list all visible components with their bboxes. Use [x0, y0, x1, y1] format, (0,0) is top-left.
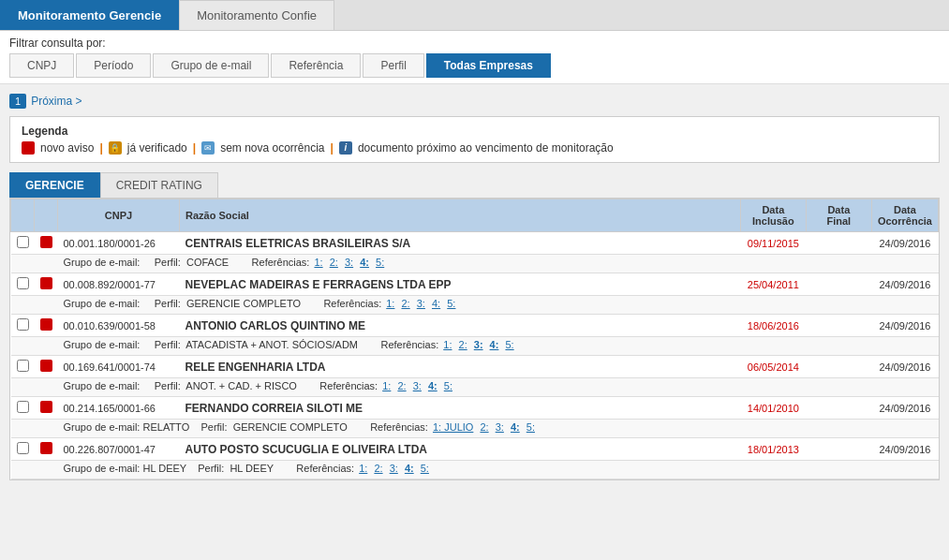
table-row: 00.010.639/0001-58ANTONIO CARLOS QUINTIN… [11, 315, 939, 337]
red-flag-icon [40, 277, 52, 289]
row-checkbox[interactable] [17, 442, 29, 454]
data-ocorrencia-cell: 24/09/2016 [871, 315, 938, 337]
filter-referencia[interactable]: Referência [271, 53, 361, 78]
company-name-cell: AUTO POSTO SCUCUGLIA E OLIVEIRA LTDA [180, 438, 741, 461]
ref-link[interactable]: 5: [526, 421, 535, 433]
ref-link[interactable]: 4: [511, 421, 520, 433]
table-wrapper: CNPJ Razão Social DataInclusão DataFinal… [9, 198, 940, 480]
company-name-cell: RELE ENGENHARIA LTDA [180, 356, 741, 378]
tab-gerencie[interactable]: GERENCIE [9, 172, 100, 198]
filter-perfil[interactable]: Perfil [363, 53, 423, 78]
data-final-cell [806, 397, 871, 420]
filter-todas-empresas[interactable]: Todas Empresas [426, 53, 551, 78]
cnpj-cell: 00.214.165/0001-66 [58, 397, 180, 420]
next-page[interactable]: Próxima > [31, 95, 82, 108]
filter-cnpj[interactable]: CNPJ [9, 53, 74, 78]
filter-periodo[interactable]: Período [76, 53, 151, 78]
main-content: 1 Próxima > Legenda novo aviso | 🔒 já ve… [0, 84, 949, 490]
ref-link[interactable]: 2: [330, 257, 338, 268]
flag-cell [35, 397, 58, 420]
ref-link[interactable]: 5: [376, 257, 384, 268]
tab-monitoramento-confie[interactable]: Monitoramento Confie [179, 0, 334, 30]
filter-grupo-email[interactable]: Grupo de e-mail [153, 53, 269, 78]
ref-link[interactable]: 1: [443, 339, 452, 350]
ref-link[interactable]: 4: [405, 463, 414, 474]
red-flag-icon [40, 360, 52, 372]
current-page: 1 [9, 94, 26, 109]
data-inclusao-cell: 18/01/2013 [740, 438, 806, 461]
flag-cell [35, 232, 58, 255]
row-checkbox[interactable] [17, 277, 29, 289]
legend-sem-ocorrencia: sem nova ocorrência [220, 141, 324, 155]
ref-link[interactable]: 5: [421, 463, 429, 474]
ref-link[interactable]: 4: [432, 298, 440, 309]
ref-link[interactable]: 1: [386, 298, 394, 309]
tab-credit-rating[interactable]: CREDIT RATING [100, 172, 218, 198]
sub-row-details: Grupo de e-mail: RELATTO Perfil: GERENCI… [58, 420, 939, 438]
ref-link[interactable]: 5: [447, 298, 455, 309]
cnpj-cell: 00.169.641/0001-74 [58, 356, 180, 378]
ref-link[interactable]: 1: JULIO [433, 421, 473, 433]
tab-monitoramento-gerencie[interactable]: Monitoramento Gerencie [0, 0, 179, 30]
legend-box: Legenda novo aviso | 🔒 já verificado | ✉… [9, 116, 940, 163]
grupo-email-label: Grupo de e-mail: [64, 257, 143, 268]
cnpj-cell: 00.010.639/0001-58 [58, 315, 180, 337]
ref-link[interactable]: 4: [360, 257, 369, 268]
ref-link[interactable]: 5: [505, 339, 513, 350]
ref-link[interactable]: 3: [345, 257, 353, 268]
ref-link[interactable]: 4: [428, 380, 437, 391]
cnpj-text: 00.226.807/0001-47 [64, 444, 156, 455]
row-checkbox[interactable] [17, 401, 29, 413]
cnpj-cell: 00.008.892/0001-77 [58, 273, 180, 296]
company-name-cell: ANTONIO CARLOS QUINTINO ME [180, 315, 741, 337]
data-final-cell [806, 232, 871, 255]
legend-vencimento: documento próximo ao vencimento de monit… [358, 141, 614, 155]
top-tabs-bar: Monitoramento Gerencie Monitoramento Con… [0, 0, 949, 31]
pagination: 1 Próxima > [9, 94, 940, 109]
envelope-icon: ✉ [201, 141, 215, 155]
ref-link[interactable]: 4: [490, 339, 499, 350]
grupo-email-label: Grupo de e-mail: RELATTO [64, 421, 190, 433]
table-row: 00.001.180/0001-26CENTRAIS ELETRICAS BRA… [11, 232, 939, 255]
filter-buttons: CNPJ Período Grupo de e-mail Referência … [9, 53, 940, 78]
ref-link[interactable]: 2: [397, 380, 406, 391]
legend-items: novo aviso | 🔒 já verificado | ✉ sem nov… [22, 141, 927, 155]
table-row-sub: Grupo de e-mail: Perfil: COFACE Referênc… [11, 255, 939, 273]
companies-table: CNPJ Razão Social DataInclusão DataFinal… [10, 199, 939, 479]
ref-link[interactable]: 3: [474, 339, 483, 350]
company-name: FERNANDO CORREIA SILOTI ME [185, 402, 363, 415]
legend-verificado: já verificado [127, 141, 187, 155]
ref-link[interactable]: 3: [496, 421, 504, 433]
cnpj-text: 00.010.639/0001-58 [64, 320, 156, 332]
ref-link[interactable]: 2: [480, 421, 488, 433]
ref-link[interactable]: 1: [382, 380, 391, 391]
data-inclusao-cell: 14/01/2010 [740, 397, 806, 420]
ref-link[interactable]: 3: [417, 298, 425, 309]
ref-link[interactable]: 2: [459, 339, 467, 350]
data-inclusao-cell: 18/06/2016 [740, 315, 806, 337]
grupo-email-label: Grupo de e-mail: [64, 339, 143, 350]
cnpj-cell: 00.226.807/0001-47 [58, 438, 180, 461]
row-checkbox[interactable] [17, 360, 29, 372]
cnpj-text: 00.008.892/0001-77 [64, 279, 156, 290]
company-name-cell: FERNANDO CORREIA SILOTI ME [180, 397, 741, 420]
sub-row-details: Grupo de e-mail: Perfil: ANOT. + CAD. + … [58, 378, 939, 397]
row-checkbox[interactable] [17, 318, 29, 331]
ref-link[interactable]: 5: [444, 380, 452, 391]
ref-link[interactable]: 2: [402, 298, 410, 309]
ref-link[interactable]: 2: [374, 463, 382, 474]
data-final-cell [806, 356, 871, 378]
cnpj-cell: 00.001.180/0001-26 [58, 232, 180, 255]
flag-cell [35, 438, 58, 461]
table-row-sub: Grupo de e-mail: HL DEEY Perfil: HL DEEY… [11, 461, 939, 479]
ref-link[interactable]: 3: [390, 463, 398, 474]
ref-link[interactable]: 3: [413, 380, 422, 391]
row-checkbox[interactable] [17, 236, 29, 248]
data-inclusao-cell: 06/05/2014 [740, 356, 806, 378]
cnpj-text: 00.169.641/0001-74 [64, 361, 156, 373]
data-ocorrencia-cell: 24/09/2016 [871, 232, 938, 255]
ref-link[interactable]: 1: [314, 257, 322, 268]
sub-row-details: Grupo de e-mail: Perfil: COFACE Referênc… [58, 255, 939, 273]
ref-link[interactable]: 1: [359, 463, 367, 474]
col-razao-social: Razão Social [180, 199, 741, 232]
